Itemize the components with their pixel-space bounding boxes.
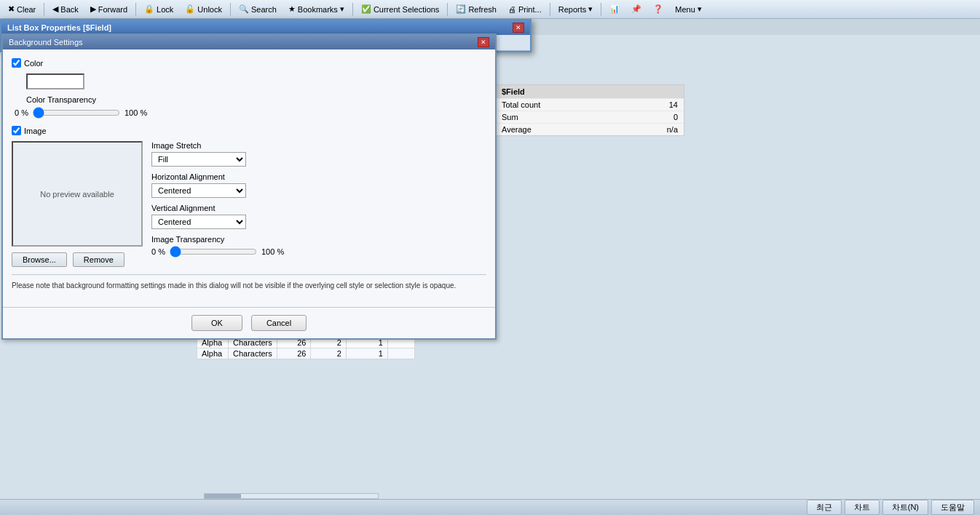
- inner-dialog-title-text: Background Settings: [9, 38, 83, 47]
- image-transparency-group: Image Transparency 0 % 100 %: [151, 235, 486, 258]
- browse-button[interactable]: Browse...: [12, 252, 67, 267]
- cancel-button[interactable]: Cancel: [251, 315, 307, 331]
- print-button[interactable]: 🖨 Print...: [503, 3, 547, 16]
- refresh-button[interactable]: 🔄 Refresh: [451, 2, 502, 16]
- horizontal-alignment-select[interactable]: Centered Left Right: [151, 183, 246, 198]
- color-checkbox[interactable]: [12, 58, 21, 68]
- clear-button[interactable]: ✖ Clear: [3, 2, 41, 16]
- bottom-btn-1[interactable]: 최근: [807, 500, 842, 515]
- inner-dialog-titlebar: Background Settings ✕: [3, 35, 495, 49]
- back-button[interactable]: ◀ Back: [47, 2, 83, 16]
- current-selections-icon: ✅: [361, 4, 371, 14]
- scroll-thumb: [205, 494, 241, 498]
- color-trans-min-label: 0 %: [15, 108, 28, 117]
- sep7: [601, 3, 601, 16]
- image-stretch-label: Image Stretch: [151, 141, 486, 150]
- color-checkbox-label[interactable]: Color: [12, 58, 43, 68]
- current-selections-button[interactable]: ✅ Current Selections: [356, 2, 445, 16]
- color-section-row: Color: [12, 58, 486, 68]
- bottom-btn-3[interactable]: 차트(N): [882, 500, 928, 515]
- horizontal-scrollbar[interactable]: [204, 493, 379, 499]
- stats-total-count-row: Total count 14: [496, 98, 684, 111]
- outer-dialog-title-text: List Box Properties [$Field]: [7, 23, 111, 32]
- color-swatch[interactable]: [26, 73, 84, 89]
- image-controls: Image Stretch Fill Stretch No stretch Ho…: [151, 141, 486, 267]
- icon2: 📌: [631, 4, 641, 14]
- search-button[interactable]: 🔍 Search: [234, 2, 282, 16]
- menu-button[interactable]: Menu ▾: [670, 2, 707, 16]
- remove-button[interactable]: Remove: [73, 252, 125, 267]
- inner-dialog-content: Color Color Transparency 0 % 100 %: [3, 49, 495, 307]
- icon1-button[interactable]: 📊: [604, 2, 625, 16]
- outer-dialog-close-button[interactable]: ✕: [513, 23, 524, 33]
- stats-sum-value: 0: [673, 113, 678, 121]
- forward-button[interactable]: ▶ Forward: [85, 2, 133, 16]
- image-checkbox[interactable]: [12, 126, 21, 135]
- search-icon: 🔍: [239, 4, 249, 14]
- refresh-icon: 🔄: [456, 4, 466, 14]
- clear-icon: ✖: [8, 4, 15, 14]
- color-transparency-container: 0 % 100 %: [12, 107, 486, 119]
- help-button[interactable]: ❓: [648, 2, 668, 16]
- reports-arrow: ▾: [588, 4, 593, 14]
- sep1: [44, 3, 44, 16]
- horizontal-alignment-label: Horizontal Alignment: [151, 172, 486, 181]
- vertical-alignment-group: Vertical Alignment Centered Top Bottom: [151, 204, 486, 229]
- lock-button[interactable]: 🔒 Lock: [139, 2, 178, 16]
- forward-icon: ▶: [90, 4, 96, 14]
- color-trans-max-label: 100 %: [125, 108, 147, 117]
- sep5: [447, 3, 448, 16]
- image-transparency-slider[interactable]: [170, 246, 257, 258]
- stats-sum-row: Sum 0: [496, 111, 684, 123]
- horizontal-alignment-group: Horizontal Alignment Centered Left Right: [151, 172, 486, 198]
- stats-sum-label: Sum: [502, 113, 518, 121]
- bookmarks-arrow: ▾: [340, 4, 344, 14]
- stats-title: $Field: [496, 85, 684, 98]
- bookmarks-button[interactable]: ★ Bookmarks ▾: [283, 2, 349, 16]
- menu-arrow: ▾: [698, 4, 702, 14]
- image-transparency-label: Image Transparency: [151, 235, 486, 244]
- reports-button[interactable]: Reports ▾: [553, 2, 598, 16]
- lock-icon: 🔒: [144, 4, 154, 14]
- icon1: 📊: [609, 4, 620, 14]
- sep3: [230, 3, 231, 16]
- outer-dialog: List Box Properties [$Field] ✕ General P…: [0, 19, 532, 52]
- image-preview: No preview available: [12, 141, 143, 247]
- back-icon: ◀: [52, 4, 58, 14]
- sep4: [352, 3, 353, 16]
- help-icon: ❓: [653, 4, 663, 14]
- stats-panel: $Field Total count 14 Sum 0 Average n/a: [495, 84, 684, 136]
- ok-button[interactable]: OK: [191, 315, 242, 331]
- unlock-icon: 🔓: [185, 4, 195, 14]
- stats-average-value: n/a: [667, 125, 678, 134]
- stats-average-row: Average n/a: [496, 123, 684, 135]
- stats-total-count-label: Total count: [502, 100, 540, 109]
- bottom-btn-2[interactable]: 차트: [845, 500, 880, 515]
- bookmarks-icon: ★: [288, 4, 296, 14]
- main-area: Main $Field Total count 14 Sum 0 Average…: [0, 19, 980, 515]
- image-section-row: Image: [12, 126, 486, 135]
- img-trans-max-label: 100 %: [261, 247, 284, 256]
- image-checkbox-label[interactable]: Image: [12, 126, 47, 135]
- sep6: [550, 3, 550, 16]
- image-buttons: Browse... Remove: [12, 252, 143, 267]
- color-transparency-slider[interactable]: [33, 107, 120, 119]
- note-text: Please note that background formatting s…: [12, 274, 486, 291]
- stats-total-count-value: 14: [669, 100, 678, 109]
- image-stretch-select[interactable]: Fill Stretch No stretch: [151, 152, 246, 167]
- image-section: No preview available Browse... Remove Im…: [12, 141, 486, 267]
- dialog-actions: OK Cancel: [3, 307, 495, 338]
- image-stretch-group: Image Stretch Fill Stretch No stretch: [151, 141, 486, 167]
- toolbar: ✖ Clear ◀ Back ▶ Forward 🔒 Lock 🔓 Unlock…: [0, 0, 980, 19]
- inner-dialog-close-button[interactable]: ✕: [478, 37, 489, 47]
- unlock-button[interactable]: 🔓 Unlock: [180, 2, 227, 16]
- icon2-button[interactable]: 📌: [626, 2, 647, 16]
- img-trans-min-label: 0 %: [151, 247, 165, 256]
- sep2: [135, 3, 136, 16]
- vertical-alignment-label: Vertical Alignment: [151, 204, 486, 212]
- bottom-btn-4[interactable]: 도움말: [931, 500, 974, 515]
- inner-dialog: Background Settings ✕ Color Color Transp…: [1, 33, 497, 340]
- vertical-alignment-select[interactable]: Centered Top Bottom: [151, 215, 246, 229]
- bottom-bar: 최근 차트 차트(N) 도움말: [0, 499, 980, 515]
- table-row: AlphaCharacters2621: [197, 348, 415, 359]
